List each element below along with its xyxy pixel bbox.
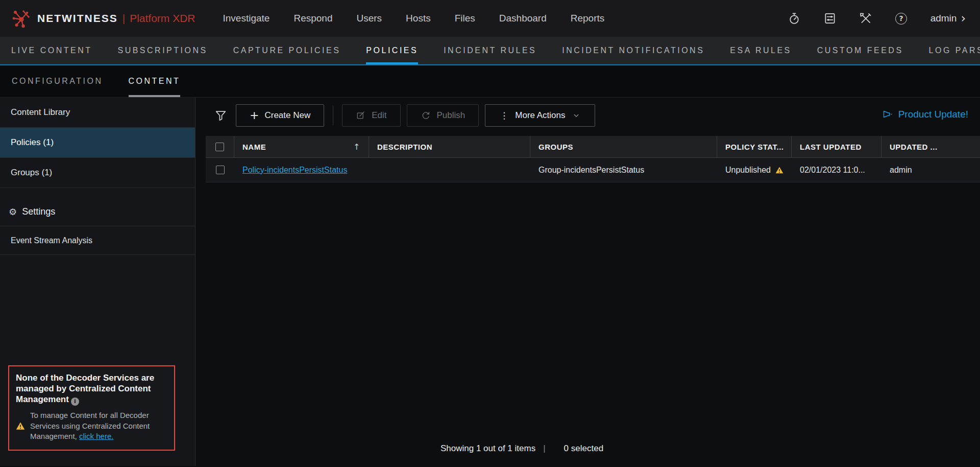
help-icon[interactable]: ? [895, 12, 908, 25]
cell-name: Policy-incidentsPersistStatus [234, 158, 369, 182]
nav-investigate[interactable]: Investigate [223, 13, 270, 24]
cell-policy-status: Unpublished [717, 158, 792, 182]
jobs-panel-icon[interactable] [823, 12, 837, 25]
sidebar-item-content-library[interactable]: Content Library [0, 98, 195, 128]
user-menu[interactable]: admin › [930, 12, 966, 25]
tab-custom-feeds[interactable]: CUSTOM FEEDS [817, 37, 903, 64]
page-body: Content Library Policies (1) Groups (1) … [0, 97, 980, 466]
status-text: Unpublished [725, 166, 771, 175]
sidebar-item-groups[interactable]: Groups (1) [0, 158, 195, 188]
sidebar-item-policies[interactable]: Policies (1) [0, 128, 195, 158]
column-header-last-updated[interactable]: LAST UPDATED [792, 136, 881, 157]
column-header-updated-by[interactable]: UPDATED ... [881, 136, 980, 157]
tab-incident-rules[interactable]: INCIDENT RULES [444, 37, 536, 64]
tab-capture-policies[interactable]: CAPTURE POLICIES [233, 37, 341, 64]
esa-label: Event Stream Analysis [11, 236, 92, 245]
status-warning-icon [775, 166, 783, 174]
publish-label: Publish [437, 110, 465, 121]
column-label: UPDATED ... [890, 143, 938, 151]
nav-respond[interactable]: Respond [293, 13, 332, 24]
sidebar-item-label: Content Library [11, 107, 70, 118]
warning-text: To manage Content for all Decoder Servic… [30, 410, 168, 442]
table-header-row: NAME ↑ DESCRIPTION GROUPS POLICY STAT...… [206, 136, 980, 158]
cell-last-updated: 02/01/2023 11:0... [792, 158, 881, 182]
select-all-checkbox[interactable] [215, 143, 224, 151]
settings-label: Settings [22, 206, 55, 217]
more-actions-label: More Actions [515, 110, 565, 121]
kebab-icon: ⋮ [500, 111, 508, 120]
user-name: admin [930, 13, 957, 24]
header-right: ? admin › [788, 12, 966, 25]
warning-triangle-icon [16, 422, 25, 430]
main-panel: + Create New Edit Publish ⋮ Mor [195, 98, 980, 466]
nav-hosts[interactable]: Hosts [406, 13, 431, 24]
edit-pencil-icon [356, 110, 366, 121]
nav-dashboard[interactable]: Dashboard [499, 13, 547, 24]
tab-subscriptions[interactable]: SUBSCRIPTIONS [117, 37, 207, 64]
column-label: POLICY STAT... [725, 143, 784, 151]
tab-log-parser-rules[interactable]: LOG PARSER RULES [929, 37, 980, 64]
column-header-groups[interactable]: GROUPS [530, 136, 717, 157]
stopwatch-icon[interactable] [788, 12, 801, 25]
nav-files[interactable]: Files [455, 13, 475, 24]
cell-groups: Group-incidentsPersistStatus [530, 158, 717, 182]
tools-icon[interactable] [859, 12, 872, 25]
tab-incident-notifications[interactable]: INCIDENT NOTIFICATIONS [562, 37, 704, 64]
row-checkbox[interactable] [216, 166, 225, 174]
create-new-button[interactable]: + Create New [236, 104, 324, 127]
admin-tab-bar: LIVE CONTENT SUBSCRIPTIONS CAPTURE POLIC… [0, 37, 980, 65]
publish-button[interactable]: Publish [407, 104, 479, 127]
toolbar: + Create New Edit Publish ⋮ Mor [214, 104, 980, 127]
tab-policies[interactable]: POLICIES [366, 37, 418, 64]
info-icon[interactable]: i [71, 398, 79, 406]
tab-esa-rules[interactable]: ESA RULES [730, 37, 791, 64]
nav-reports[interactable]: Reports [571, 13, 605, 24]
sort-ascending-icon[interactable]: ↑ [353, 142, 360, 152]
brand[interactable]: NETWITNESS | Platform XDR [11, 8, 195, 29]
column-header-description[interactable]: DESCRIPTION [369, 136, 530, 157]
product-update-link[interactable]: Product Update! [881, 108, 968, 121]
column-header-policy-status[interactable]: POLICY STAT... [717, 136, 792, 157]
sidebar-item-event-stream-analysis[interactable]: Event Stream Analysis [0, 226, 195, 255]
nav-users[interactable]: Users [356, 13, 382, 24]
gear-icon: ⚙ [9, 206, 17, 217]
policies-table: NAME ↑ DESCRIPTION GROUPS POLICY STAT...… [206, 136, 980, 182]
filter-icon[interactable] [214, 109, 227, 122]
sidebar-item-label: Policies (1) [11, 137, 54, 148]
megaphone-icon [881, 108, 894, 121]
table-footer: Showing 1 out of 1 items | 0 selected [440, 443, 603, 454]
showing-count: Showing 1 out of 1 items [440, 443, 535, 454]
create-new-label: Create New [264, 110, 310, 121]
sidebar: Content Library Policies (1) Groups (1) … [0, 98, 195, 466]
edit-label: Edit [372, 110, 386, 121]
tab-live-content[interactable]: LIVE CONTENT [11, 37, 92, 64]
column-label: GROUPS [538, 143, 573, 151]
plus-icon: + [250, 110, 259, 121]
chevron-right-icon: › [961, 12, 966, 25]
chevron-down-icon [572, 111, 580, 120]
warning-body: To manage Content for all Decoder Servic… [16, 410, 168, 442]
brand-separator: | [122, 12, 125, 25]
column-header-name[interactable]: NAME ↑ [234, 136, 369, 157]
help-glyph: ? [895, 13, 907, 25]
subtab-content[interactable]: CONTENT [129, 65, 181, 97]
more-actions-button[interactable]: ⋮ More Actions [485, 104, 595, 127]
sidebar-item-label: Groups (1) [11, 168, 52, 178]
edit-button[interactable]: Edit [342, 104, 400, 127]
cell-description [369, 158, 530, 182]
product-update-label: Product Update! [898, 109, 968, 120]
netwitness-logo-icon [11, 8, 32, 29]
column-label: LAST UPDATED [800, 143, 862, 151]
sidebar-item-settings[interactable]: ⚙ Settings [0, 198, 195, 226]
click-here-link[interactable]: click here. [79, 432, 114, 440]
main-nav: Investigate Respond Users Hosts Files Da… [223, 13, 605, 24]
footer-separator: | [543, 443, 545, 454]
sub-tab-bar: CONFIGURATION CONTENT [0, 65, 980, 97]
column-label: NAME [242, 143, 266, 151]
policy-name-link[interactable]: Policy-incidentsPersistStatus [242, 166, 347, 175]
decoder-warning-box: None of the Decoder Services are managed… [8, 365, 175, 451]
publish-refresh-icon [421, 110, 431, 121]
toolbar-divider [333, 106, 333, 125]
brand-product: Platform XDR [130, 12, 195, 25]
subtab-configuration[interactable]: CONFIGURATION [12, 65, 103, 97]
